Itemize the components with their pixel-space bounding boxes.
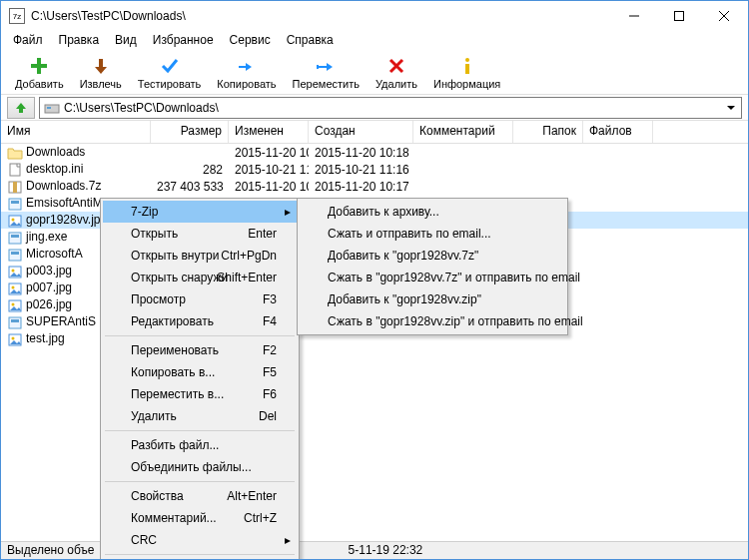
svg-rect-14 <box>9 199 21 210</box>
tool-label: Переместить <box>293 78 360 90</box>
menu-item-label: Открыть снаружи <box>131 271 228 284</box>
menu-item-label: CRC <box>131 533 157 547</box>
submenu-arrow-icon: ▸ <box>285 533 291 547</box>
menu-shortcut: Ctrl+Z <box>244 511 277 525</box>
menu-shortcut: Alt+Enter <box>227 489 277 503</box>
menu-favorites[interactable]: Избранное <box>145 31 222 51</box>
exe-icon <box>7 248 23 262</box>
tool-label: Тестировать <box>138 78 202 90</box>
menu-item[interactable]: CRC▸ <box>103 529 297 551</box>
toolbar-x-button[interactable]: Удалить <box>370 53 423 92</box>
menu-item-label: Свойства <box>131 489 184 503</box>
svg-point-25 <box>12 285 15 288</box>
menu-separator <box>105 554 295 555</box>
up-button[interactable] <box>7 97 35 119</box>
menu-item[interactable]: УдалитьDel <box>103 405 297 427</box>
menu-item-label: Сжать в "gopr1928vv.7z" и отправить по e… <box>328 271 580 284</box>
menu-item[interactable]: Копировать в...F5 <box>103 361 297 383</box>
menu-item-label: Объединить файлы... <box>131 460 252 474</box>
menu-edit[interactable]: Правка <box>51 31 108 51</box>
file-created: 2015-10-21 11:16 <box>309 163 413 177</box>
submenu-item[interactable]: Сжать в "gopr1928vv.7z" и отправить по e… <box>300 267 565 288</box>
path-dropdown-arrow[interactable] <box>723 104 739 112</box>
image-icon <box>7 298 23 312</box>
maximize-button[interactable] <box>656 2 701 31</box>
menu-item[interactable]: Открыть внутриCtrl+PgDn <box>103 245 297 267</box>
menu-tools[interactable]: Сервис <box>222 31 279 51</box>
toolbar-copy-button[interactable]: Копировать <box>211 53 282 92</box>
col-folders[interactable]: Папок <box>513 121 583 143</box>
window-title: C:\Users\TestPC\Downloads\ <box>31 9 611 23</box>
submenu-item[interactable]: Сжать в "gopr1928vv.zip" и отправить по … <box>300 310 565 332</box>
menu-item[interactable]: РедактироватьF4 <box>103 310 297 332</box>
col-modified[interactable]: Изменен <box>229 121 309 143</box>
col-files[interactable]: Файлов <box>583 121 653 143</box>
close-button[interactable] <box>701 2 746 31</box>
list-item[interactable]: Downloads.7z 237 403 533 2015-11-20 10:1… <box>1 178 748 195</box>
file-name: gopr1928vv.jpg <box>26 213 107 227</box>
submenu-item[interactable]: Добавить к "gopr1928vv.zip" <box>300 288 565 310</box>
menu-item[interactable]: Объединить файлы... <box>103 456 297 478</box>
status-date: 5-11-19 22:32 <box>349 543 423 558</box>
exe-icon <box>7 231 23 245</box>
col-size[interactable]: Размер <box>151 121 229 143</box>
toolbar-plus-button[interactable]: Добавить <box>9 53 70 92</box>
menu-item-label: 7-Zip <box>131 205 158 219</box>
col-created[interactable]: Создан <box>309 121 413 143</box>
minimize-button[interactable] <box>611 2 656 31</box>
submenu-item[interactable]: Сжать и отправить по email... <box>300 223 565 245</box>
menu-shortcut: F2 <box>263 343 277 357</box>
menu-shortcut: F6 <box>263 387 277 401</box>
plus-icon <box>27 55 51 77</box>
menu-shortcut: Shift+Enter <box>217 271 277 284</box>
submenu-arrow-icon: ▸ <box>285 205 291 219</box>
file-name: p026.jpg <box>26 297 72 311</box>
exe-icon <box>7 315 23 329</box>
archive-icon <box>7 180 23 194</box>
menu-item[interactable]: СвойстваAlt+Enter <box>103 485 297 507</box>
toolbar-move-button[interactable]: Переместить <box>287 53 366 92</box>
menu-shortcut: F3 <box>263 292 277 306</box>
menu-item-label: Добавить к "gopr1928vv.zip" <box>328 292 481 306</box>
toolbar-info-button[interactable]: Информация <box>427 53 506 92</box>
submenu-item[interactable]: Добавить к архиву... <box>300 201 565 223</box>
check-icon <box>158 55 182 77</box>
file-name: jing.exe <box>26 230 67 244</box>
titlebar: 7z C:\Users\TestPC\Downloads\ <box>1 1 748 31</box>
toolbar-extract-button[interactable]: Извлечь <box>74 53 128 92</box>
menu-item[interactable]: Комментарий...Ctrl+Z <box>103 507 297 529</box>
col-comment[interactable]: Комментарий <box>413 121 513 143</box>
menu-help[interactable]: Справка <box>279 31 342 51</box>
toolbar-check-button[interactable]: Тестировать <box>132 53 208 92</box>
menu-item-label: Переименовать <box>131 343 219 357</box>
menu-shortcut: F5 <box>263 365 277 379</box>
menu-item[interactable]: ПросмотрF3 <box>103 288 297 310</box>
menu-item-label: Удалить <box>131 409 177 423</box>
menu-file[interactable]: Файл <box>5 31 51 51</box>
menu-item[interactable]: Разбить файл... <box>103 434 297 456</box>
svg-point-7 <box>465 58 469 62</box>
submenu-item[interactable]: Добавить к "gopr1928vv.7z" <box>300 245 565 267</box>
menu-item[interactable]: ПереименоватьF2 <box>103 339 297 361</box>
menu-separator <box>105 335 295 336</box>
menu-item[interactable]: 7-Zip▸ <box>103 201 297 223</box>
path-combobox[interactable]: C:\Users\TestPC\Downloads\ <box>39 97 742 119</box>
svg-rect-19 <box>11 235 19 238</box>
menu-item[interactable]: ОткрытьEnter <box>103 223 297 245</box>
list-item[interactable]: Downloads 2015-11-20 10:20 2015-11-20 10… <box>1 144 748 161</box>
extract-icon <box>89 55 113 77</box>
menu-view[interactable]: Вид <box>107 31 145 51</box>
menu-shortcut: Ctrl+PgDn <box>221 249 277 263</box>
folder-icon <box>7 146 23 160</box>
list-item[interactable]: desktop.ini 282 2015-10-21 11:16 2015-10… <box>1 161 748 178</box>
menu-item[interactable]: Открыть снаружиShift+Enter <box>103 267 297 288</box>
pathbar: C:\Users\TestPC\Downloads\ <box>1 95 748 121</box>
move-icon <box>314 55 338 77</box>
col-name[interactable]: Имя <box>1 121 151 143</box>
status-selection: Выделено объе <box>7 543 95 558</box>
svg-point-31 <box>12 336 15 339</box>
menu-item[interactable]: Переместить в...F6 <box>103 383 297 405</box>
up-arrow-icon <box>13 101 29 115</box>
svg-rect-8 <box>465 64 469 74</box>
tool-label: Добавить <box>15 78 64 90</box>
